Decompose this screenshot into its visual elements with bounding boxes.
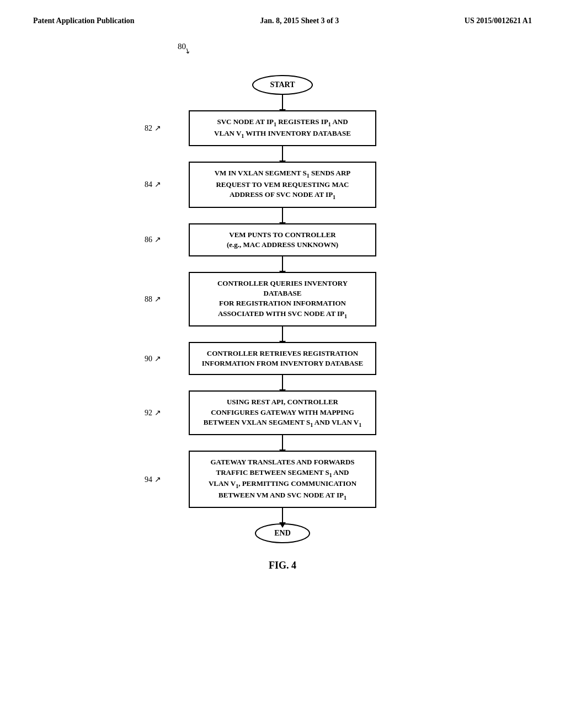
fig-caption: FIG. 4 — [269, 560, 296, 571]
step-box-92: USING REST API, CONTROLLER CONFIGURES GA… — [189, 390, 376, 435]
step-label-82: 82 ↗ — [145, 124, 161, 133]
step-row-84: 84 ↗ VM IN VXLAN SEGMENT S1 SENDS ARP RE… — [145, 162, 420, 207]
header-right: US 2015/0012621 A1 — [465, 17, 532, 25]
step-row-82: 82 ↗ SVC NODE AT IP1 REGISTERS IP1 AND V… — [145, 110, 420, 146]
page-header: Patent Application Publication Jan. 8, 2… — [0, 0, 565, 31]
arrow-2 — [282, 208, 283, 223]
flow-wrapper: START 82 ↗ SVC NODE AT IP1 REGISTERS IP1… — [167, 75, 398, 571]
step-box-82: SVC NODE AT IP1 REGISTERS IP1 AND VLAN V… — [189, 110, 376, 146]
step-box-94: GATEWAY TRANSLATES AND FORWARDS TRAFFIC … — [189, 451, 376, 508]
arrow-1 — [282, 146, 283, 162]
arrow-4 — [282, 326, 283, 342]
header-left: Patent Application Publication — [33, 17, 135, 25]
step-row-88: 88 ↗ CONTROLLER QUERIES INVENTORY DATABA… — [145, 272, 420, 326]
step-box-88: CONTROLLER QUERIES INVENTORY DATABASE FO… — [189, 272, 376, 326]
step-box-86: VEM PUNTS TO CONTROLLER (e.g., MAC ADDRE… — [189, 223, 376, 256]
arrow-5 — [282, 375, 283, 390]
step-row-86: 86 ↗ VEM PUNTS TO CONTROLLER (e.g., MAC … — [145, 223, 420, 256]
figure-number-container: 80 ↘ — [145, 42, 420, 58]
start-oval: START — [252, 75, 312, 95]
arrow-3 — [282, 256, 283, 272]
step-label-90: 90 ↗ — [145, 354, 161, 363]
step-label-86: 86 ↗ — [145, 235, 161, 244]
arrow-0 — [282, 95, 283, 110]
end-label: END — [274, 529, 291, 537]
step-label-94: 94 ↗ — [145, 475, 161, 484]
arrow-6 — [282, 435, 283, 451]
step-row-92: 92 ↗ USING REST API, CONTROLLER CONFIGUR… — [145, 390, 420, 435]
step-box-90: CONTROLLER RETRIEVES REGISTRATION INFORM… — [189, 342, 376, 375]
step-box-84: VM IN VXLAN SEGMENT S1 SENDS ARP REQUEST… — [189, 162, 376, 207]
step-label-92: 92 ↗ — [145, 408, 161, 417]
step-label-84: 84 ↗ — [145, 180, 161, 189]
step-label-88: 88 ↗ — [145, 295, 161, 304]
header-middle: Jan. 8, 2015 Sheet 3 of 3 — [260, 17, 339, 25]
step-row-90: 90 ↗ CONTROLLER RETRIEVES REGISTRATION I… — [145, 342, 420, 375]
diagram-container: 80 ↘ START 82 ↗ SVC NODE AT IP1 REGISTER… — [0, 31, 565, 571]
start-label: START — [270, 81, 295, 89]
step-row-94: 94 ↗ GATEWAY TRANSLATES AND FORWARDS TRA… — [145, 451, 420, 508]
arrow-7 — [282, 508, 283, 523]
